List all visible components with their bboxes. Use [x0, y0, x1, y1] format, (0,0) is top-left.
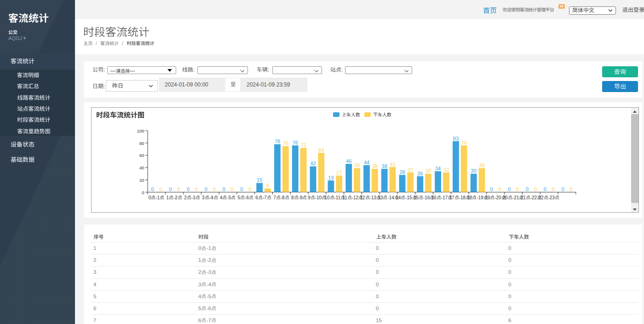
svg-text:100: 100 [137, 128, 144, 133]
svg-text:30: 30 [425, 168, 431, 174]
svg-text:0: 0 [525, 186, 528, 192]
svg-text:83: 83 [453, 135, 458, 141]
svg-text:41: 41 [390, 161, 395, 167]
svg-text:42: 42 [310, 161, 316, 166]
svg-text:40: 40 [139, 165, 144, 170]
svg-text:20: 20 [139, 177, 144, 182]
svg-text:0: 0 [169, 186, 172, 192]
svg-text:30: 30 [471, 168, 476, 174]
svg-text:38: 38 [381, 163, 387, 168]
svg-text:0: 0 [151, 186, 154, 192]
svg-text:0: 0 [534, 186, 536, 192]
svg-text:0: 0 [187, 186, 190, 192]
svg-text:76: 76 [461, 139, 466, 145]
svg-text:0: 0 [248, 186, 251, 192]
svg-text:0: 0 [213, 186, 215, 192]
svg-text:0: 0 [498, 186, 501, 192]
svg-text:39: 39 [354, 162, 359, 168]
svg-text:0: 0 [204, 186, 207, 192]
svg-text:0: 0 [508, 186, 511, 192]
svg-text:0: 0 [569, 186, 572, 192]
svg-text:32: 32 [408, 167, 413, 172]
svg-text:15: 15 [257, 177, 262, 183]
svg-text:75: 75 [282, 140, 288, 146]
svg-text:39: 39 [479, 162, 484, 168]
svg-text:26: 26 [417, 170, 423, 176]
svg-text:19: 19 [328, 174, 334, 180]
svg-text:0: 0 [222, 186, 225, 192]
svg-text:80: 80 [139, 140, 144, 145]
svg-text:64: 64 [318, 147, 324, 152]
svg-text:34: 34 [435, 165, 440, 171]
svg-text:0: 0 [552, 186, 554, 192]
svg-text:78: 78 [274, 139, 280, 144]
svg-text:0: 0 [561, 186, 564, 192]
svg-text:0: 0 [159, 186, 162, 192]
svg-text:72: 72 [300, 142, 306, 148]
svg-text:0: 0 [240, 186, 243, 192]
svg-text:60: 60 [139, 153, 144, 158]
svg-text:6: 6 [266, 183, 269, 188]
svg-text:44: 44 [363, 159, 369, 165]
svg-text:0: 0 [516, 186, 518, 192]
svg-text:38: 38 [372, 163, 377, 168]
svg-text:0: 0 [490, 186, 493, 192]
svg-text:0: 0 [195, 186, 197, 192]
svg-text:76: 76 [292, 139, 298, 145]
svg-text:0: 0 [543, 186, 546, 192]
svg-text:0: 0 [142, 190, 144, 195]
svg-text:0: 0 [177, 186, 180, 192]
svg-text:28: 28 [399, 169, 405, 174]
svg-text:46: 46 [346, 158, 351, 163]
svg-text:27: 27 [336, 170, 342, 175]
svg-text:32: 32 [443, 167, 448, 172]
svg-text:0: 0 [230, 186, 233, 192]
